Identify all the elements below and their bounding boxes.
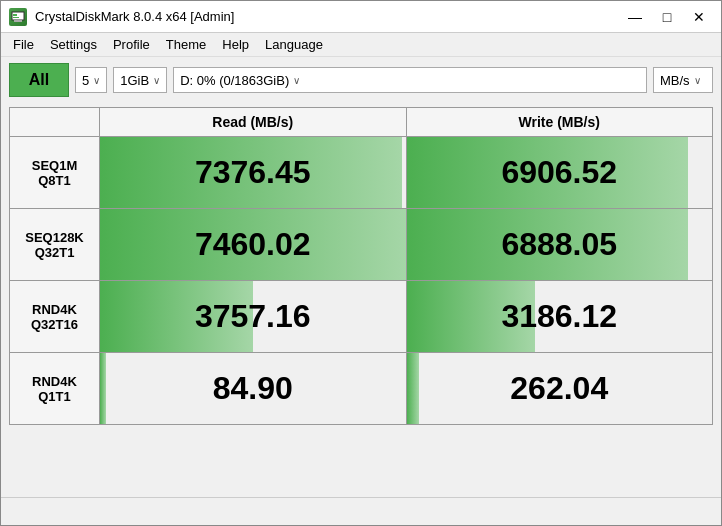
- table-row: RND4KQ32T163757.163186.12: [10, 281, 713, 353]
- menu-theme[interactable]: Theme: [158, 35, 214, 54]
- write-value: 262.04: [407, 353, 713, 424]
- read-value-cell: 7376.45: [100, 137, 407, 209]
- drive-value: D: 0% (0/1863GiB): [180, 73, 289, 88]
- menu-profile[interactable]: Profile: [105, 35, 158, 54]
- write-value-cell: 6888.05: [406, 209, 713, 281]
- size-value: 1GiB: [120, 73, 149, 88]
- row-label: SEQ128KQ32T1: [10, 209, 100, 281]
- menu-file[interactable]: File: [5, 35, 42, 54]
- close-button[interactable]: ✕: [685, 6, 713, 28]
- size-dropdown[interactable]: 1GiB ∨: [113, 67, 167, 93]
- row-label: RND4KQ32T16: [10, 281, 100, 353]
- title-bar: CrystalDiskMark 8.0.4 x64 [Admin] — □ ✕: [1, 1, 721, 33]
- title-controls: — □ ✕: [621, 6, 713, 28]
- maximize-button[interactable]: □: [653, 6, 681, 28]
- col-label: [10, 108, 100, 137]
- benchmark-table-container: Read (MB/s) Write (MB/s) SEQ1MQ8T17376.4…: [1, 103, 721, 497]
- write-value: 6888.05: [407, 209, 713, 280]
- unit-value: MB/s: [660, 73, 690, 88]
- read-value-cell: 3757.16: [100, 281, 407, 353]
- table-row: SEQ128KQ32T17460.026888.05: [10, 209, 713, 281]
- unit-arrow: ∨: [694, 75, 701, 86]
- read-value: 7460.02: [100, 209, 406, 280]
- write-value-cell: 3186.12: [406, 281, 713, 353]
- count-dropdown[interactable]: 5 ∨: [75, 67, 107, 93]
- main-window: CrystalDiskMark 8.0.4 x64 [Admin] — □ ✕ …: [0, 0, 722, 526]
- read-value: 3757.16: [100, 281, 406, 352]
- table-row: RND4KQ1T184.90262.04: [10, 353, 713, 425]
- toolbar: All 5 ∨ 1GiB ∨ D: 0% (0/1863GiB) ∨ MB/s …: [1, 57, 721, 103]
- drive-dropdown[interactable]: D: 0% (0/1863GiB) ∨: [173, 67, 647, 93]
- unit-dropdown[interactable]: MB/s ∨: [653, 67, 713, 93]
- row-label: RND4KQ1T1: [10, 353, 100, 425]
- menu-bar: File Settings Profile Theme Help Languag…: [1, 33, 721, 57]
- menu-settings[interactable]: Settings: [42, 35, 105, 54]
- all-button[interactable]: All: [9, 63, 69, 97]
- count-value: 5: [82, 73, 89, 88]
- window-title: CrystalDiskMark 8.0.4 x64 [Admin]: [35, 9, 234, 24]
- drive-arrow: ∨: [293, 75, 300, 86]
- minimize-button[interactable]: —: [621, 6, 649, 28]
- menu-help[interactable]: Help: [214, 35, 257, 54]
- count-arrow: ∨: [93, 75, 100, 86]
- size-arrow: ∨: [153, 75, 160, 86]
- read-value-cell: 84.90: [100, 353, 407, 425]
- benchmark-table: Read (MB/s) Write (MB/s) SEQ1MQ8T17376.4…: [9, 107, 713, 425]
- row-label: SEQ1MQ8T1: [10, 137, 100, 209]
- table-row: SEQ1MQ8T17376.456906.52: [10, 137, 713, 209]
- svg-rect-2: [13, 14, 17, 16]
- read-value: 84.90: [100, 353, 406, 424]
- status-bar: [1, 497, 721, 525]
- col-write: Write (MB/s): [406, 108, 713, 137]
- write-value: 6906.52: [407, 137, 713, 208]
- title-bar-left: CrystalDiskMark 8.0.4 x64 [Admin]: [9, 8, 234, 26]
- write-value: 3186.12: [407, 281, 713, 352]
- menu-language[interactable]: Language: [257, 35, 331, 54]
- col-read: Read (MB/s): [100, 108, 407, 137]
- svg-rect-1: [14, 20, 22, 22]
- write-value-cell: 262.04: [406, 353, 713, 425]
- write-value-cell: 6906.52: [406, 137, 713, 209]
- svg-rect-3: [13, 17, 19, 18]
- read-value-cell: 7460.02: [100, 209, 407, 281]
- app-icon: [9, 8, 27, 26]
- read-value: 7376.45: [100, 137, 406, 208]
